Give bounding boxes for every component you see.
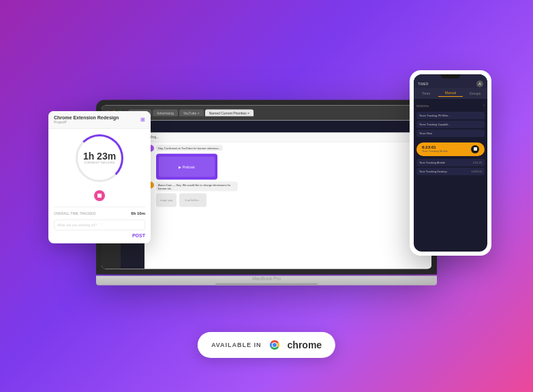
ext-expand-icon[interactable]: ⊞	[140, 117, 145, 123]
phone-avatar: A	[476, 80, 483, 87]
chat-media-inner: ▶ Podcast	[159, 156, 215, 177]
ext-overall-label: OVERALL TIME TRACKED	[54, 211, 95, 215]
phone-task-3[interactable]: Timer Now	[416, 130, 485, 137]
phone-add-icon[interactable]: +	[483, 103, 485, 109]
chat-messages: Hey, Confirmed on YouTuber for banner re…	[144, 142, 431, 209]
phone-list-item-2-text: Time Tracking Desktop	[419, 170, 447, 173]
chat-bubble-2: Aaron Cam — Hey: We would like to change…	[156, 181, 238, 191]
chat-header: ▾ Proj...	[144, 132, 431, 142]
ext-body: 1h 23m CURRENT RECORD OVERALL TIME TRACK…	[48, 129, 151, 243]
badge-available-text: AVAILABLE IN	[211, 342, 262, 348]
phone-active-timer-label: Time Tracking Mobile	[422, 149, 448, 153]
svg-point-2	[273, 343, 277, 347]
phone-nav-tabs: Timer Manual Groups	[414, 88, 487, 99]
phone-top-bar-title: TIMER	[418, 82, 474, 86]
chat-attachment-2: final-linklim...	[179, 193, 207, 207]
ext-overall-value: 6h 10m	[131, 211, 145, 215]
phone-list-item-2[interactable]: Time Tracking Desktop 14:00:05	[416, 168, 485, 175]
phone-list-item-1-time: 2:31:25	[473, 161, 482, 164]
browser-tab-named[interactable]: Named Current Priorities ×	[205, 109, 254, 116]
phone-content: Design ▾ + Timer Tracking PH Wire... Tim…	[414, 99, 487, 140]
chat-msg-2: Aaron Cam — Hey: We would like to change…	[147, 181, 429, 191]
chrome-icon	[267, 337, 282, 352]
laptop-base: MacBook Pro	[96, 275, 437, 285]
phone-stop-icon	[474, 147, 477, 151]
phone-notch	[440, 74, 461, 78]
phone-list-items: Time Tracking Mobile 2:31:25 Time Tracki…	[416, 159, 485, 175]
ext-time-display: 1h 23m	[83, 151, 116, 161]
ext-stop-icon	[97, 194, 102, 198]
ext-header: Chrome Extension Redesign ProjectP ⊞	[48, 111, 151, 129]
phone-list-item-1-text: Time Tracking Mobile	[419, 161, 445, 164]
ext-timer-circle: 1h 23m CURRENT RECORD	[76, 134, 123, 182]
phone-task-1[interactable]: Timer Tracking PH Wire...	[416, 112, 485, 119]
browser-content: Timers ▾ Proj...	[102, 120, 431, 269]
app-chat-area: ▾ Proj... Hey, Confirmed on YouTuber for…	[144, 132, 431, 269]
app-toolbar: Timers	[121, 120, 431, 132]
app-body: ▾ Proj... Hey, Confirmed on YouTuber for…	[121, 132, 431, 269]
phone-nav-tab-timer[interactable]: Timer	[414, 90, 438, 97]
ext-time-label: CURRENT RECORD	[85, 161, 115, 164]
badge-chrome-text: chrome	[288, 340, 322, 350]
phone-frame: TIMER A Timer Manual Groups Design ▾ + T…	[410, 70, 491, 256]
phone-screen: TIMER A Timer Manual Groups Design ▾ + T…	[414, 74, 487, 252]
ext-title: Chrome Extension Redesign	[54, 115, 119, 120]
phone-task-2[interactable]: Timer Tracking Capabili...	[416, 121, 485, 128]
ext-input-field[interactable]: What are you working on?	[54, 220, 145, 230]
phone-section-label[interactable]: Design ▾	[416, 103, 429, 109]
chrome-badge[interactable]: AVAILABLE IN chrome	[198, 332, 335, 358]
chat-media-card: ▶ Podcast	[156, 153, 217, 179]
phone-nav-tab-groups[interactable]: Groups	[463, 90, 487, 97]
phone-list-item-1[interactable]: Time Tracking Mobile 2:31:25	[416, 159, 485, 166]
extension-popup: Chrome Extension Redesign ProjectP ⊞ 1h …	[48, 111, 151, 243]
browser-tabs: Marketing Advertising YouTube × Named Cu…	[128, 109, 427, 116]
laptop-screen: Marketing Advertising YouTube × Named Cu…	[102, 105, 431, 269]
phone-nav-tab-manual[interactable]: Manual	[438, 89, 463, 97]
browser-tab-advertising[interactable]: Advertising	[153, 109, 178, 116]
browser-main: Timers ▾ Proj...	[121, 120, 431, 269]
chat-msg-1: Hey, Confirmed on YouTuber for banner re…	[147, 145, 429, 151]
scene-container: Marketing Advertising YouTube × Named Cu…	[21, 16, 512, 377]
phone-stop-button[interactable]	[471, 145, 479, 153]
laptop-brand-label: MacBook Pro	[96, 275, 437, 280]
ext-input-placeholder: What are you working on?	[57, 223, 97, 227]
phone-active-timer[interactable]: 6:23:01 Time Tracking Mobile	[416, 142, 485, 156]
ext-stop-button[interactable]	[94, 190, 105, 201]
chat-bubble-1: Hey, Confirmed on YouTuber for banner re…	[156, 145, 223, 151]
mobile-phone: TIMER A Timer Manual Groups Design ▾ + T…	[410, 70, 491, 256]
browser-bar: Marketing Advertising YouTube × Named Cu…	[102, 105, 431, 120]
chat-attachment-1: image.png	[156, 193, 177, 207]
browser-tab-youtube[interactable]: YouTube ×	[179, 109, 204, 116]
ext-post-button[interactable]: POST	[132, 233, 145, 238]
ext-subtitle: ProjectP	[54, 120, 119, 124]
phone-list-item-2-time: 14:00:05	[471, 170, 482, 173]
ext-overall: OVERALL TIME TRACKED 6h 10m	[54, 207, 145, 215]
